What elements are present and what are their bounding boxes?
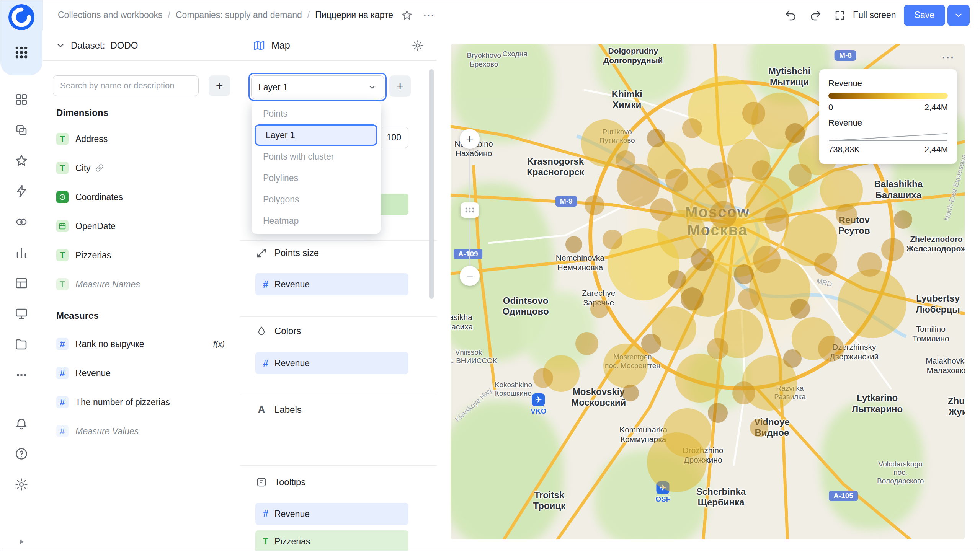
layer-option-points-with-cluster[interactable]: Points with cluster	[252, 146, 381, 167]
connections-icon[interactable]	[13, 214, 30, 230]
datalens-logo[interactable]	[8, 4, 34, 30]
map-bubble[interactable]	[858, 252, 882, 277]
dashboards-icon[interactable]	[13, 305, 30, 322]
map-bubble[interactable]	[691, 248, 714, 271]
map-bubble[interactable]	[752, 160, 772, 180]
fullscreen-label[interactable]: Full screen	[853, 10, 896, 20]
page-more-icon[interactable]: ⋯	[421, 7, 438, 24]
field-row-coordinates[interactable]: Coordinates	[42, 183, 240, 212]
widgets-icon[interactable]	[13, 91, 30, 108]
storage-folder-icon[interactable]	[13, 336, 30, 353]
map-bubble[interactable]	[675, 354, 724, 403]
layer-option-polylines[interactable]: Polylines	[252, 167, 381, 189]
map-bubble[interactable]	[707, 162, 733, 188]
layer-option-points[interactable]: Points	[252, 103, 381, 124]
rail-more-icon[interactable]	[13, 367, 30, 383]
dataset-name[interactable]: DODO	[110, 40, 138, 51]
map-bubble[interactable]	[565, 236, 582, 253]
map-bubble[interactable]	[734, 264, 754, 284]
map-bubble[interactable]	[585, 195, 604, 215]
map-bubble[interactable]	[682, 118, 702, 138]
field-row-pizzerias[interactable]: T Pizzerias	[42, 241, 240, 270]
chart-settings-gear-icon[interactable]	[412, 39, 424, 52]
map-bubble[interactable]	[732, 381, 755, 404]
map-bubble[interactable]	[881, 238, 904, 261]
map-bubble[interactable]	[616, 150, 635, 170]
map-bubble[interactable]	[533, 368, 553, 388]
zoom-in-button[interactable]: +	[460, 129, 480, 149]
map-bubble[interactable]	[742, 102, 765, 125]
map-bubble[interactable]	[836, 204, 857, 225]
map-bubble[interactable]	[738, 288, 760, 310]
map-bubble[interactable]	[785, 123, 805, 143]
notifications-bell-icon[interactable]	[13, 415, 30, 432]
dataset-panel-header[interactable]: Dataset: DODO	[42, 30, 240, 61]
colors-field-chip[interactable]: # Revenue	[255, 352, 408, 374]
favorites-star-icon[interactable]	[13, 152, 30, 169]
ruler-tool-button[interactable]	[461, 202, 479, 218]
map-bubble[interactable]	[765, 207, 789, 232]
field-row-rank[interactable]: # Rank по выручке f(x)	[42, 329, 240, 359]
map-bubble[interactable]	[750, 419, 768, 437]
field-row-measure-values[interactable]: # Measure Values	[42, 417, 240, 446]
map-bubble[interactable]	[650, 198, 673, 221]
map-bubble[interactable]	[838, 269, 906, 338]
layer-option-polygons[interactable]: Polygons	[252, 189, 381, 210]
help-icon[interactable]	[13, 445, 30, 462]
breadcrumb-collections[interactable]: Collections and workbooks	[58, 10, 163, 20]
map-bubble[interactable]	[783, 349, 802, 368]
map-bubble[interactable]	[575, 332, 598, 355]
map-bubble[interactable]	[665, 169, 688, 192]
field-row-opendate[interactable]: OpenDate	[42, 212, 240, 241]
panel-scrollbar[interactable]	[429, 69, 434, 299]
charts-icon[interactable]	[13, 244, 30, 261]
zoom-out-button[interactable]: −	[460, 266, 480, 286]
map-bubble[interactable]	[789, 164, 812, 187]
add-field-button[interactable]: +	[209, 75, 230, 96]
map-bubble[interactable]	[668, 270, 686, 289]
field-row-number-of-pizzerias[interactable]: # The number of pizzerias	[42, 388, 240, 417]
apps-grid-icon[interactable]	[13, 44, 30, 61]
field-row-address[interactable]: T Address	[42, 124, 240, 153]
tooltip-field-chip-revenue[interactable]: # Revenue	[255, 503, 408, 525]
points-size-field-chip[interactable]: # Revenue	[255, 273, 408, 295]
map-bubble[interactable]	[753, 246, 781, 273]
map-more-icon[interactable]: ⋯	[941, 49, 956, 65]
map-bubble[interactable]	[681, 287, 704, 310]
save-button[interactable]: Save	[904, 5, 945, 26]
field-search-input[interactable]	[53, 75, 199, 96]
favorite-star-icon[interactable]	[399, 7, 415, 24]
editor-bolt-icon[interactable]	[13, 183, 30, 200]
field-row-measure-names[interactable]: T Measure Names	[42, 270, 240, 299]
map-bubble[interactable]	[790, 299, 810, 319]
redo-icon[interactable]	[807, 7, 824, 24]
tooltip-field-chip-pizzerias[interactable]: T Pizzerias	[255, 530, 408, 551]
layer-select[interactable]: Layer 1	[251, 75, 384, 99]
add-layer-button[interactable]: +	[389, 75, 411, 97]
layer-option-layer-1[interactable]: Layer 1	[255, 124, 377, 146]
undo-icon[interactable]	[782, 7, 799, 24]
field-row-revenue[interactable]: # Revenue	[42, 359, 240, 388]
map-bubble[interactable]	[603, 344, 648, 388]
map-bubble[interactable]	[647, 129, 665, 147]
save-options-caret-button[interactable]	[947, 5, 970, 26]
field-row-city[interactable]: T City	[42, 153, 240, 183]
datasets-icon[interactable]	[13, 275, 30, 292]
map-bubble[interactable]	[603, 230, 622, 249]
map-bubble[interactable]	[707, 338, 728, 359]
map-bubble[interactable]	[894, 210, 912, 229]
layer-option-heatmap[interactable]: Heatmap	[252, 210, 381, 231]
map-bubble[interactable]	[818, 336, 844, 362]
map-bubble[interactable]	[590, 300, 609, 318]
map-bubble[interactable]	[814, 253, 837, 276]
fullscreen-icon[interactable]	[831, 7, 848, 24]
collapse-sidebar-button[interactable]	[16, 537, 26, 547]
map-bubble[interactable]	[641, 334, 661, 354]
map-bubble[interactable]	[647, 432, 707, 492]
collections-icon[interactable]	[13, 122, 30, 139]
map-bubble[interactable]	[622, 385, 639, 401]
map-canvas[interactable]: MKADMRDMRDNorth-East ExpresswaKievskoye …	[451, 44, 965, 539]
breadcrumb-workbook[interactable]: Companies: supply and demand	[176, 10, 302, 20]
settings-gear-icon[interactable]	[13, 476, 30, 493]
map-bubble[interactable]	[709, 201, 737, 228]
